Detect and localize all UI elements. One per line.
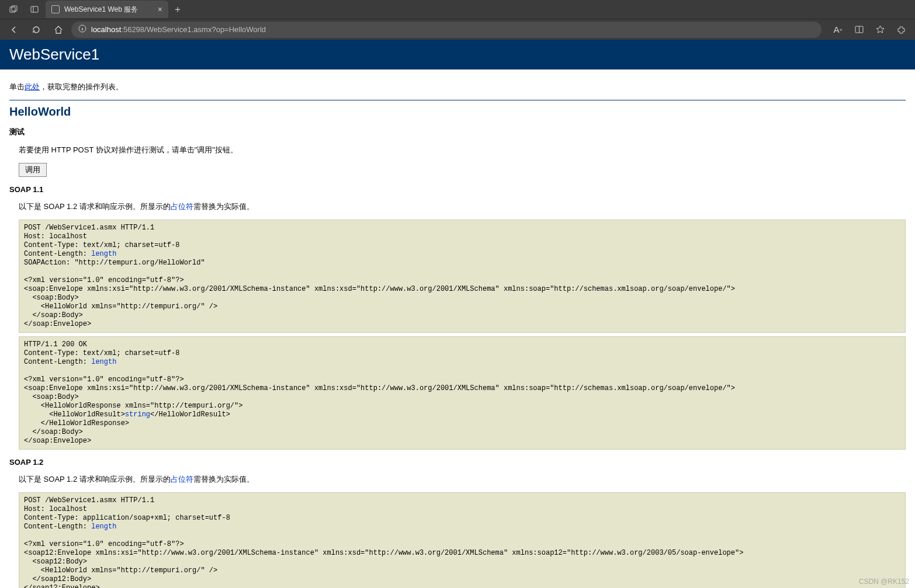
panel-icon[interactable] xyxy=(25,1,44,18)
intro-line: 单击此处，获取完整的操作列表。 xyxy=(9,82,906,92)
operations-link[interactable]: 此处 xyxy=(25,82,40,91)
extensions-icon[interactable] xyxy=(892,22,910,38)
address-bar[interactable]: localhost:56298/WebService1.asmx?op=Hell… xyxy=(71,22,822,38)
svg-rect-0 xyxy=(10,7,15,12)
page-content: 单击此处，获取完整的操作列表。 HelloWorld 测试 若要使用 HTTP … xyxy=(0,69,915,588)
nav-row: localhost:56298/WebService1.asmx?op=Hell… xyxy=(0,19,915,40)
placeholder-length: length xyxy=(91,523,116,531)
close-icon[interactable]: × xyxy=(158,5,162,14)
back-button[interactable] xyxy=(5,22,23,38)
soap12-heading: SOAP 1.2 xyxy=(9,458,906,467)
tab-overview-icon[interactable] xyxy=(4,1,23,18)
placeholder-literal: 占位符 xyxy=(171,202,193,211)
refresh-button[interactable] xyxy=(27,22,46,38)
test-description: 若要使用 HTTP POST 协议对操作进行测试，请单击"调用"按钮。 xyxy=(19,145,906,155)
placeholder-string: string xyxy=(125,410,150,419)
soap11-request: POST /WebService1.asmx HTTP/1.1 Host: lo… xyxy=(19,220,906,333)
placeholder-length: length xyxy=(91,358,116,366)
soap-desc-prefix: 以下是 SOAP 1.2 请求和响应示例。所显示的 xyxy=(19,202,171,211)
soap12-description: 以下是 SOAP 1.2 请求和响应示例。所显示的占位符需替换为实际值。 xyxy=(19,474,906,485)
placeholder-length: length xyxy=(91,250,116,258)
placeholder-literal: 占位符 xyxy=(171,475,193,483)
read-aloud-icon[interactable]: A» xyxy=(829,22,847,38)
page-header: WebService1 xyxy=(0,40,915,69)
page-title: WebService1 xyxy=(9,46,906,64)
divider xyxy=(9,100,906,100)
url-text: localhost:56298/WebService1.asmx?op=Hell… xyxy=(91,25,266,34)
url-path: :56298/WebService1.asmx?op=HelloWorld xyxy=(121,25,266,34)
soap11-description: 以下是 SOAP 1.2 请求和响应示例。所显示的占位符需替换为实际值。 xyxy=(19,201,906,212)
browser-tab[interactable]: WebService1 Web 服务 × xyxy=(46,1,168,18)
tab-title: WebService1 Web 服务 xyxy=(64,5,138,15)
page-icon xyxy=(51,5,60,13)
browser-chrome: WebService1 Web 服务 × ＋ localhost:56298/W… xyxy=(0,0,915,40)
soap-desc-prefix: 以下是 SOAP 1.2 请求和响应示例。所显示的 xyxy=(19,475,171,483)
svg-rect-1 xyxy=(12,6,17,11)
test-heading: 测试 xyxy=(9,127,906,137)
intro-prefix: 单击 xyxy=(9,82,25,91)
svg-rect-2 xyxy=(31,6,38,12)
intro-suffix: ，获取完整的操作列表。 xyxy=(40,82,123,91)
operation-name: HelloWorld xyxy=(9,105,906,119)
invoke-button[interactable]: 调用 xyxy=(19,163,47,177)
reader-icon[interactable] xyxy=(850,22,868,38)
soap11-heading: SOAP 1.1 xyxy=(9,185,906,194)
url-host: localhost xyxy=(91,25,121,34)
soap11-response: HTTP/1.1 200 OK Content-Type: text/xml; … xyxy=(19,336,906,450)
site-info-icon[interactable] xyxy=(78,25,86,34)
soap-desc-suffix: 需替换为实际值。 xyxy=(193,202,254,211)
tab-strip: WebService1 Web 服务 × ＋ xyxy=(0,0,915,19)
soap12-request: POST /WebService1.asmx HTTP/1.1 Host: lo… xyxy=(19,492,906,588)
home-button[interactable] xyxy=(49,22,68,38)
favorite-icon[interactable] xyxy=(871,22,889,38)
new-tab-button[interactable]: ＋ xyxy=(169,1,186,18)
soap-desc-suffix: 需替换为实际值。 xyxy=(193,475,254,483)
